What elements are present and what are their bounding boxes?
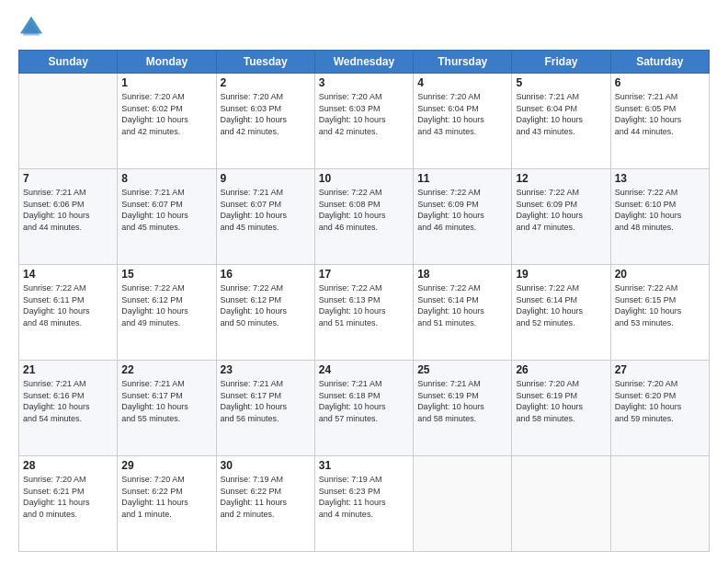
calendar-day-cell: 13Sunrise: 7:22 AM Sunset: 6:10 PM Dayli… — [610, 169, 709, 265]
calendar-day-cell: 2Sunrise: 7:20 AM Sunset: 6:03 PM Daylig… — [216, 74, 314, 169]
calendar-day-cell — [512, 456, 610, 552]
day-info: Sunrise: 7:22 AM Sunset: 6:15 PM Dayligh… — [615, 282, 705, 328]
day-info: Sunrise: 7:21 AM Sunset: 6:17 PM Dayligh… — [121, 378, 211, 424]
day-number: 1 — [121, 76, 211, 89]
calendar-day-cell: 22Sunrise: 7:21 AM Sunset: 6:17 PM Dayli… — [118, 361, 216, 456]
calendar-day-cell: 28Sunrise: 7:20 AM Sunset: 6:21 PM Dayli… — [19, 456, 118, 552]
calendar-day-cell: 19Sunrise: 7:22 AM Sunset: 6:14 PM Dayli… — [512, 265, 610, 361]
day-number: 16 — [221, 268, 311, 281]
day-info: Sunrise: 7:21 AM Sunset: 6:07 PM Dayligh… — [121, 187, 211, 233]
day-info: Sunrise: 7:20 AM Sunset: 6:22 PM Dayligh… — [121, 474, 211, 520]
day-info: Sunrise: 7:20 AM Sunset: 6:21 PM Dayligh… — [23, 474, 113, 520]
day-info: Sunrise: 7:22 AM Sunset: 6:09 PM Dayligh… — [417, 187, 507, 233]
day-number: 15 — [121, 268, 211, 281]
day-info: Sunrise: 7:21 AM Sunset: 6:06 PM Dayligh… — [23, 187, 113, 233]
day-info: Sunrise: 7:22 AM Sunset: 6:13 PM Dayligh… — [319, 282, 409, 328]
day-info: Sunrise: 7:20 AM Sunset: 6:20 PM Dayligh… — [615, 378, 705, 424]
calendar-day-cell: 20Sunrise: 7:22 AM Sunset: 6:15 PM Dayli… — [610, 265, 709, 361]
day-number: 6 — [615, 76, 705, 89]
day-info: Sunrise: 7:20 AM Sunset: 6:19 PM Dayligh… — [516, 378, 606, 424]
calendar-day-cell: 15Sunrise: 7:22 AM Sunset: 6:12 PM Dayli… — [118, 265, 216, 361]
day-of-week-header: Tuesday — [216, 51, 314, 74]
day-info: Sunrise: 7:21 AM Sunset: 6:07 PM Dayligh… — [221, 187, 311, 233]
day-number: 8 — [121, 172, 211, 185]
calendar-week-row: 1Sunrise: 7:20 AM Sunset: 6:02 PM Daylig… — [19, 74, 710, 169]
day-info: Sunrise: 7:22 AM Sunset: 6:11 PM Dayligh… — [23, 282, 113, 328]
header — [18, 15, 710, 40]
day-number: 4 — [417, 76, 507, 89]
calendar-day-cell — [414, 456, 512, 552]
day-number: 5 — [516, 76, 606, 89]
day-info: Sunrise: 7:22 AM Sunset: 6:09 PM Dayligh… — [516, 187, 606, 233]
day-of-week-header: Monday — [118, 51, 216, 74]
day-info: Sunrise: 7:22 AM Sunset: 6:12 PM Dayligh… — [221, 282, 311, 328]
calendar-day-cell: 3Sunrise: 7:20 AM Sunset: 6:03 PM Daylig… — [314, 74, 413, 169]
calendar-day-cell — [19, 74, 118, 169]
day-info: Sunrise: 7:21 AM Sunset: 6:17 PM Dayligh… — [221, 378, 311, 424]
calendar-day-cell: 11Sunrise: 7:22 AM Sunset: 6:09 PM Dayli… — [414, 169, 512, 265]
day-info: Sunrise: 7:21 AM Sunset: 6:05 PM Dayligh… — [615, 91, 705, 137]
day-of-week-header: Wednesday — [314, 51, 413, 74]
calendar-day-cell: 21Sunrise: 7:21 AM Sunset: 6:16 PM Dayli… — [19, 361, 118, 456]
day-number: 19 — [516, 268, 606, 281]
logo-icon — [18, 15, 44, 40]
calendar-day-cell: 4Sunrise: 7:20 AM Sunset: 6:04 PM Daylig… — [414, 74, 512, 169]
day-info: Sunrise: 7:20 AM Sunset: 6:03 PM Dayligh… — [221, 91, 311, 137]
calendar-week-row: 7Sunrise: 7:21 AM Sunset: 6:06 PM Daylig… — [19, 169, 710, 265]
day-info: Sunrise: 7:19 AM Sunset: 6:23 PM Dayligh… — [319, 474, 409, 520]
day-number: 26 — [516, 363, 606, 376]
calendar-week-row: 21Sunrise: 7:21 AM Sunset: 6:16 PM Dayli… — [19, 361, 710, 456]
day-number: 27 — [615, 363, 705, 376]
day-number: 2 — [221, 76, 311, 89]
day-number: 3 — [319, 76, 409, 89]
day-number: 13 — [615, 172, 705, 185]
day-number: 31 — [319, 459, 409, 472]
day-number: 22 — [121, 363, 211, 376]
calendar-day-cell: 24Sunrise: 7:21 AM Sunset: 6:18 PM Dayli… — [314, 361, 413, 456]
day-number: 10 — [319, 172, 409, 185]
calendar-day-cell: 10Sunrise: 7:22 AM Sunset: 6:08 PM Dayli… — [314, 169, 413, 265]
day-number: 23 — [221, 363, 311, 376]
day-number: 9 — [221, 172, 311, 185]
day-info: Sunrise: 7:22 AM Sunset: 6:14 PM Dayligh… — [417, 282, 507, 328]
calendar-day-cell: 1Sunrise: 7:20 AM Sunset: 6:02 PM Daylig… — [118, 74, 216, 169]
day-number: 21 — [23, 363, 113, 376]
day-number: 20 — [615, 268, 705, 281]
day-number: 25 — [417, 363, 507, 376]
day-number: 12 — [516, 172, 606, 185]
calendar-day-cell: 17Sunrise: 7:22 AM Sunset: 6:13 PM Dayli… — [314, 265, 413, 361]
calendar-day-cell: 9Sunrise: 7:21 AM Sunset: 6:07 PM Daylig… — [216, 169, 314, 265]
day-info: Sunrise: 7:19 AM Sunset: 6:22 PM Dayligh… — [221, 474, 311, 520]
calendar-day-cell: 31Sunrise: 7:19 AM Sunset: 6:23 PM Dayli… — [314, 456, 413, 552]
logo — [18, 15, 48, 40]
day-info: Sunrise: 7:21 AM Sunset: 6:18 PM Dayligh… — [319, 378, 409, 424]
calendar-table: SundayMondayTuesdayWednesdayThursdayFrid… — [18, 50, 710, 552]
calendar-day-cell: 16Sunrise: 7:22 AM Sunset: 6:12 PM Dayli… — [216, 265, 314, 361]
calendar-day-cell: 26Sunrise: 7:20 AM Sunset: 6:19 PM Dayli… — [512, 361, 610, 456]
calendar-day-cell: 27Sunrise: 7:20 AM Sunset: 6:20 PM Dayli… — [610, 361, 709, 456]
calendar-day-cell: 5Sunrise: 7:21 AM Sunset: 6:04 PM Daylig… — [512, 74, 610, 169]
day-number: 14 — [23, 268, 113, 281]
day-info: Sunrise: 7:21 AM Sunset: 6:04 PM Dayligh… — [516, 91, 606, 137]
calendar-header-row: SundayMondayTuesdayWednesdayThursdayFrid… — [19, 51, 710, 74]
calendar-day-cell — [610, 456, 709, 552]
calendar-day-cell: 7Sunrise: 7:21 AM Sunset: 6:06 PM Daylig… — [19, 169, 118, 265]
day-info: Sunrise: 7:22 AM Sunset: 6:12 PM Dayligh… — [121, 282, 211, 328]
calendar-day-cell: 12Sunrise: 7:22 AM Sunset: 6:09 PM Dayli… — [512, 169, 610, 265]
day-of-week-header: Sunday — [19, 51, 118, 74]
day-info: Sunrise: 7:22 AM Sunset: 6:10 PM Dayligh… — [615, 187, 705, 233]
calendar-week-row: 14Sunrise: 7:22 AM Sunset: 6:11 PM Dayli… — [19, 265, 710, 361]
day-number: 29 — [121, 459, 211, 472]
day-number: 30 — [221, 459, 311, 472]
day-info: Sunrise: 7:20 AM Sunset: 6:02 PM Dayligh… — [121, 91, 211, 137]
day-of-week-header: Thursday — [414, 51, 512, 74]
calendar-day-cell: 23Sunrise: 7:21 AM Sunset: 6:17 PM Dayli… — [216, 361, 314, 456]
calendar-day-cell: 29Sunrise: 7:20 AM Sunset: 6:22 PM Dayli… — [118, 456, 216, 552]
day-number: 7 — [23, 172, 113, 185]
day-info: Sunrise: 7:20 AM Sunset: 6:04 PM Dayligh… — [417, 91, 507, 137]
day-info: Sunrise: 7:21 AM Sunset: 6:16 PM Dayligh… — [23, 378, 113, 424]
day-of-week-header: Friday — [512, 51, 610, 74]
calendar-day-cell: 18Sunrise: 7:22 AM Sunset: 6:14 PM Dayli… — [414, 265, 512, 361]
day-number: 11 — [417, 172, 507, 185]
day-number: 17 — [319, 268, 409, 281]
